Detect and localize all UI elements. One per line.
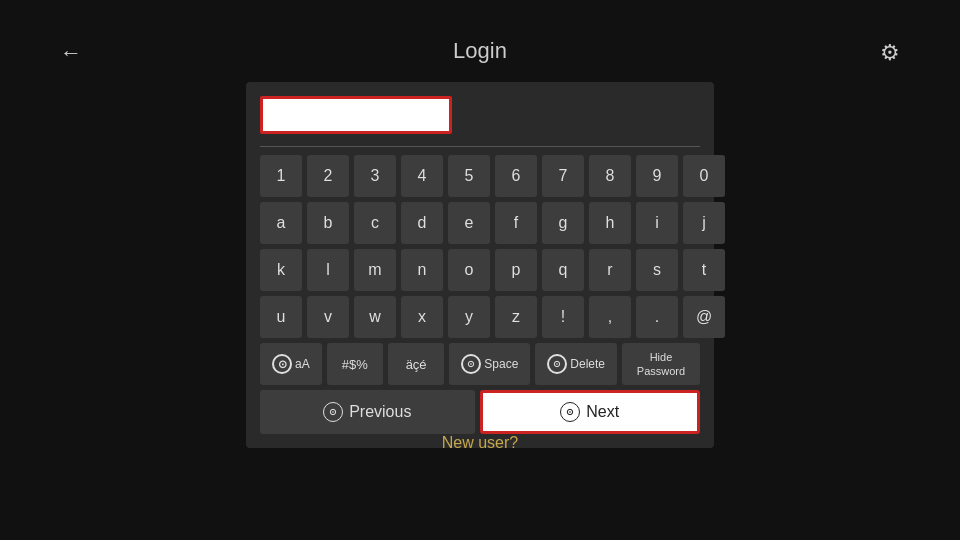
key-w[interactable]: w [354, 296, 396, 338]
key-c[interactable]: c [354, 202, 396, 244]
key-v[interactable]: v [307, 296, 349, 338]
key-g[interactable]: g [542, 202, 584, 244]
previous-icon: ⊙ [323, 402, 343, 422]
previous-label: Previous [349, 403, 411, 421]
alpha-row-3: u v w x y z ! , . @ [260, 296, 700, 338]
key-m[interactable]: m [354, 249, 396, 291]
key-8[interactable]: 8 [589, 155, 631, 197]
key-period[interactable]: . [636, 296, 678, 338]
next-icon: ⊙ [560, 402, 580, 422]
key-r[interactable]: r [589, 249, 631, 291]
key-2[interactable]: 2 [307, 155, 349, 197]
key-comma[interactable]: , [589, 296, 631, 338]
key-t[interactable]: t [683, 249, 725, 291]
space-icon: ⊙ [461, 354, 481, 374]
key-6[interactable]: 6 [495, 155, 537, 197]
key-symbols[interactable]: #$% [327, 343, 383, 385]
alpha-row-2: k l m n o p q r s t [260, 249, 700, 291]
key-accents[interactable]: äçé [388, 343, 444, 385]
key-o[interactable]: o [448, 249, 490, 291]
key-q[interactable]: q [542, 249, 584, 291]
key-x[interactable]: x [401, 296, 443, 338]
key-7[interactable]: 7 [542, 155, 584, 197]
key-s[interactable]: s [636, 249, 678, 291]
back-icon: ← [60, 40, 82, 65]
key-y[interactable]: y [448, 296, 490, 338]
key-hide-password[interactable]: Hide Password [622, 343, 700, 385]
keyboard: 1 2 3 4 5 6 7 8 9 0 a b c d e f g h i j … [260, 155, 700, 385]
key-capslock[interactable]: ⊙ aA [260, 343, 322, 385]
key-i[interactable]: i [636, 202, 678, 244]
key-a[interactable]: a [260, 202, 302, 244]
page-title: Login [453, 38, 507, 64]
password-input[interactable] [260, 96, 452, 134]
key-9[interactable]: 9 [636, 155, 678, 197]
new-user-link[interactable]: New user? [442, 434, 518, 452]
key-0[interactable]: 0 [683, 155, 725, 197]
key-b[interactable]: b [307, 202, 349, 244]
previous-button[interactable]: ⊙ Previous [260, 390, 475, 434]
key-p[interactable]: p [495, 249, 537, 291]
capslock-icon: ⊙ [272, 354, 292, 374]
key-l[interactable]: l [307, 249, 349, 291]
special-row: ⊙ aA #$% äçé ⊙ Space ⊙ Delete Hide Passw… [260, 343, 700, 385]
delete-icon: ⊙ [547, 354, 567, 374]
key-d[interactable]: d [401, 202, 443, 244]
key-4[interactable]: 4 [401, 155, 443, 197]
key-u[interactable]: u [260, 296, 302, 338]
key-delete[interactable]: ⊙ Delete [535, 343, 617, 385]
next-button[interactable]: ⊙ Next [480, 390, 701, 434]
key-1[interactable]: 1 [260, 155, 302, 197]
divider [260, 146, 700, 147]
key-exclaim[interactable]: ! [542, 296, 584, 338]
back-button[interactable]: ← [60, 40, 82, 66]
alpha-row-1: a b c d e f g h i j [260, 202, 700, 244]
key-space[interactable]: ⊙ Space [449, 343, 530, 385]
key-j[interactable]: j [683, 202, 725, 244]
key-n[interactable]: n [401, 249, 443, 291]
settings-icon: ⚙ [880, 40, 900, 65]
key-f[interactable]: f [495, 202, 537, 244]
login-dialog: 1 2 3 4 5 6 7 8 9 0 a b c d e f g h i j … [246, 82, 714, 448]
key-5[interactable]: 5 [448, 155, 490, 197]
action-buttons: ⊙ Previous ⊙ Next [260, 390, 700, 434]
settings-button[interactable]: ⚙ [880, 40, 900, 66]
key-e[interactable]: e [448, 202, 490, 244]
key-at[interactable]: @ [683, 296, 725, 338]
key-h[interactable]: h [589, 202, 631, 244]
number-row: 1 2 3 4 5 6 7 8 9 0 [260, 155, 700, 197]
key-z[interactable]: z [495, 296, 537, 338]
key-k[interactable]: k [260, 249, 302, 291]
next-label: Next [586, 403, 619, 421]
key-3[interactable]: 3 [354, 155, 396, 197]
